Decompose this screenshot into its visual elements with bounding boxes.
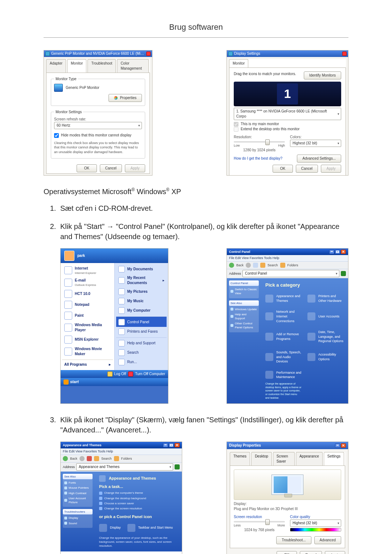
see-also-2[interactable]: Help and Support bbox=[230, 312, 257, 320]
start-item[interactable]: Windows Movie Maker bbox=[62, 345, 113, 358]
tab-screensaver[interactable]: Screen Saver bbox=[273, 452, 295, 465]
log-off-button[interactable]: Log Off bbox=[107, 372, 126, 377]
address-select[interactable]: Control Panel bbox=[242, 270, 339, 277]
back-icon[interactable] bbox=[229, 263, 234, 268]
minimize-icon[interactable] bbox=[163, 443, 168, 447]
display-selector[interactable]: 1. Samsung **** on NVIDIA GeForce 6600 L… bbox=[234, 108, 341, 120]
start-item[interactable]: Paint bbox=[62, 310, 113, 321]
cancel-button[interactable]: Cancel bbox=[100, 164, 122, 172]
cp-menubar[interactable]: File Edit View Favorites Tools Help bbox=[227, 255, 348, 262]
see-also-3[interactable]: Other Control Panel Options bbox=[230, 321, 257, 329]
cancel-button[interactable]: Cancel bbox=[300, 551, 322, 554]
apply-button[interactable]: Apply bbox=[125, 164, 145, 172]
hide-modes-checkbox[interactable]: Hide modes that this monitor cannot disp… bbox=[54, 133, 131, 138]
cp-category[interactable]: User Accounts bbox=[307, 309, 344, 323]
cp-task[interactable]: Change the computer's theme bbox=[99, 491, 177, 495]
tab-color-management[interactable]: Color Management bbox=[117, 59, 149, 73]
tab-monitor[interactable]: Monitor bbox=[67, 59, 86, 73]
start-item[interactable]: Notepad bbox=[62, 299, 113, 310]
hide-modes-input[interactable] bbox=[54, 133, 59, 138]
start-right-item[interactable]: Control Panel bbox=[116, 316, 167, 327]
tab-adapter[interactable]: Adapter bbox=[46, 59, 66, 73]
cp-icon-taskbar[interactable]: Taskbar and Start Menu bbox=[127, 524, 173, 532]
start-item[interactable]: MSN Explorer bbox=[62, 334, 113, 345]
start-right-item[interactable]: Printers and Faxes bbox=[116, 327, 167, 336]
cp-task[interactable]: Change the screen resolution bbox=[99, 506, 177, 510]
dp-resolution-slider[interactable] bbox=[234, 521, 285, 522]
monitor-number-1[interactable]: 1 bbox=[277, 83, 298, 104]
minimize-icon[interactable] bbox=[329, 250, 334, 254]
best-display-link[interactable]: How do I get the best display? bbox=[234, 156, 282, 161]
go-icon[interactable] bbox=[341, 271, 346, 276]
all-programs[interactable]: All Programs bbox=[62, 360, 113, 369]
tab-appearance[interactable]: Appearance bbox=[296, 452, 323, 465]
start-item[interactable]: Windows Media Player bbox=[62, 321, 113, 334]
tab-monitor-ds[interactable]: Monitor bbox=[229, 59, 248, 67]
cp-category[interactable]: Date, Time, Language, and Regional Optio… bbox=[307, 330, 344, 344]
cp-menubar[interactable]: File Edit View Favorites Tools Help bbox=[61, 448, 182, 455]
switch-classic-link[interactable]: Switch to Classic View bbox=[230, 287, 257, 295]
cp-category[interactable]: Printers and Other Hardware bbox=[307, 294, 344, 303]
cp-icon-display[interactable]: Display bbox=[99, 524, 121, 532]
maximize-icon[interactable] bbox=[335, 250, 340, 254]
apply-button[interactable]: Apply bbox=[325, 551, 345, 554]
search-icon[interactable] bbox=[94, 456, 99, 461]
start-item[interactable]: HCT 10.0 bbox=[62, 288, 113, 299]
start-right-item[interactable]: Search bbox=[116, 348, 167, 357]
tab-desktop[interactable]: Desktop bbox=[251, 452, 272, 465]
folders-icon[interactable] bbox=[114, 456, 119, 461]
start-item[interactable]: E-mailOutlook Express bbox=[62, 276, 113, 288]
close-icon[interactable] bbox=[146, 52, 151, 56]
address-select[interactable]: Appearance and Themes bbox=[76, 463, 173, 471]
maximize-icon[interactable] bbox=[169, 443, 174, 447]
resolution-slider[interactable] bbox=[234, 141, 285, 143]
forward-icon[interactable] bbox=[79, 456, 85, 461]
cp-task[interactable]: Change the desktop background bbox=[99, 496, 177, 500]
refresh-rate-select[interactable]: 60 Hertz bbox=[54, 122, 142, 129]
cp-category[interactable]: Appearance and Themes bbox=[265, 294, 302, 303]
monitor-properties-button[interactable]: Properties bbox=[109, 94, 142, 102]
turn-off-button[interactable]: Turn Off Computer bbox=[128, 372, 165, 377]
cp-category[interactable]: Add or Remove Programs bbox=[265, 330, 302, 344]
cp-category[interactable]: Network and Internet Connections bbox=[265, 309, 302, 323]
start-right-item[interactable]: My Music bbox=[116, 296, 167, 306]
colors-select[interactable]: Highest (32 bit) bbox=[290, 140, 341, 147]
start-right-item[interactable]: Help and Support bbox=[116, 337, 167, 348]
cp-category[interactable]: Accessibility Options bbox=[307, 350, 344, 364]
up-icon[interactable] bbox=[253, 263, 258, 268]
ok-button[interactable]: OK bbox=[277, 551, 297, 554]
start-right-item[interactable]: Run... bbox=[116, 357, 167, 367]
folders-icon[interactable] bbox=[280, 263, 285, 268]
ok-button[interactable]: OK bbox=[273, 165, 293, 173]
cp-category[interactable]: Performance and Maintenance bbox=[265, 370, 302, 379]
close-icon[interactable] bbox=[175, 443, 180, 447]
monitor-preview[interactable]: 1 bbox=[234, 82, 341, 106]
troubleshoot-button[interactable]: Troubleshoot... bbox=[276, 536, 311, 544]
start-right-item[interactable]: My Recent Documents bbox=[116, 274, 167, 287]
start-right-item[interactable]: My Pictures bbox=[116, 287, 167, 296]
tab-settings[interactable]: Settings bbox=[324, 452, 344, 465]
back-icon[interactable] bbox=[63, 456, 68, 461]
go-icon[interactable] bbox=[175, 464, 180, 469]
forward-icon[interactable] bbox=[246, 263, 251, 268]
dp-color-select[interactable]: Highest (32 bit) bbox=[290, 520, 341, 527]
search-icon[interactable] bbox=[260, 263, 265, 268]
cancel-button[interactable]: Cancel bbox=[296, 165, 318, 173]
close-icon[interactable] bbox=[341, 443, 346, 448]
close-icon[interactable] bbox=[342, 52, 347, 56]
start-right-item[interactable]: My Computer bbox=[116, 306, 167, 315]
ok-button[interactable]: OK bbox=[77, 164, 97, 172]
identify-monitors-button[interactable]: Identify Monitors bbox=[304, 71, 341, 79]
tab-troubleshoot[interactable]: Troubleshoot bbox=[87, 59, 116, 73]
start-item[interactable]: InternetInternet Explorer bbox=[62, 264, 113, 276]
advanced-button[interactable]: Advanced bbox=[314, 536, 341, 544]
cp-task[interactable]: Choose a screen saver bbox=[99, 501, 177, 505]
apply-button[interactable]: Apply bbox=[321, 165, 341, 173]
cp-category[interactable]: Sounds, Speech, and Audio Devices bbox=[265, 350, 302, 364]
start-right-item[interactable]: My Documents bbox=[116, 264, 167, 274]
stop-icon[interactable] bbox=[87, 456, 92, 461]
see-also-1[interactable]: Windows Update bbox=[230, 307, 257, 311]
help-icon[interactable] bbox=[335, 443, 340, 448]
advanced-settings-button[interactable]: Advanced Settings... bbox=[297, 155, 341, 163]
tab-themes[interactable]: Themes bbox=[230, 452, 250, 465]
